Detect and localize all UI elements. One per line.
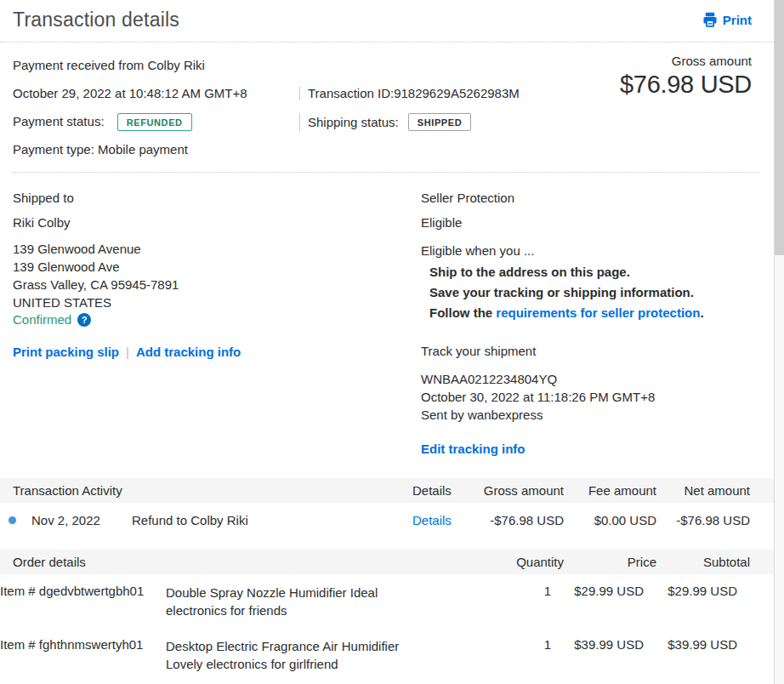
seller-protection-status: Eligible xyxy=(421,215,752,230)
item-description: Double Spray Nozzle Humidifier Ideal ele… xyxy=(166,584,438,619)
activity-description: Refund to Colby Riki xyxy=(132,513,248,527)
column-header-price: Price xyxy=(564,555,656,569)
page-title: Transaction details xyxy=(13,9,179,31)
shipping-address: 139 Glenwood Avenue 139 Glenwood Ave Gra… xyxy=(13,240,421,311)
activity-details-link[interactable]: Details xyxy=(412,513,452,527)
condition-line: Save your tracking or shipping informati… xyxy=(429,282,752,303)
transaction-activity-heading: Transaction Activity xyxy=(13,483,412,498)
column-header-quantity: Quantity xyxy=(480,555,564,569)
item-subtotal: $29.99 USD xyxy=(644,584,737,619)
seller-protection-intro: Eligible when you ... xyxy=(421,243,752,258)
column-header-subtotal: Subtotal xyxy=(656,555,750,569)
item-number: Item # fghthnmswertyh01 xyxy=(0,637,166,673)
item-price: $39.99 USD xyxy=(551,637,644,673)
gross-amount-box: Gross amount $76.98 USD xyxy=(620,54,752,99)
activity-net: -$76.98 USD xyxy=(656,513,750,527)
shipped-to-section: Shipped to Riki Colby 139 Glenwood Avenu… xyxy=(13,173,421,457)
gross-amount-value: $76.98 USD xyxy=(620,71,752,99)
gross-amount-label: Gross amount xyxy=(620,54,752,68)
activity-bullet-icon xyxy=(9,516,16,524)
shipment-info: WNBAA0212234804YQ October 30, 2022 at 11… xyxy=(421,370,752,424)
order-details-heading: Order details xyxy=(13,555,480,569)
seller-protection-conditions: Ship to the address on this page. Save y… xyxy=(421,262,752,323)
transaction-id-value: 91829629A5262983M xyxy=(394,86,520,100)
address-confirmed-row: Confirmed ? xyxy=(13,312,421,327)
shipment-date: October 30, 2022 at 11:18:26 PM GMT+8 xyxy=(421,388,752,406)
address-line: 139 Glenwood Ave xyxy=(13,258,421,276)
activity-date: Nov 2, 2022 xyxy=(31,513,132,527)
shipping-status-label: Shipping status: xyxy=(308,115,399,129)
item-description: Desktop Electric Fragrance Air Humidifie… xyxy=(166,637,438,673)
print-icon xyxy=(702,12,718,27)
condition-line: Ship to the address on this page. xyxy=(429,262,752,282)
print-button[interactable]: Print xyxy=(702,12,752,27)
seller-protection-section: Seller Protection Eligible Eligible when… xyxy=(421,173,752,457)
scrollbar[interactable] xyxy=(774,0,784,684)
print-packing-slip-link[interactable]: Print packing slip xyxy=(13,345,119,359)
payment-status-label: Payment status: xyxy=(13,114,105,128)
follow-prefix: Follow the xyxy=(429,305,496,320)
help-icon[interactable]: ? xyxy=(77,313,91,327)
activity-row: Nov 2, 2022 Refund to Colby Riki Details… xyxy=(0,503,774,537)
payment-date: October 29, 2022 at 10:48:12 AM GMT+8 xyxy=(13,86,299,100)
shipping-status: Shipping status: SHIPPED xyxy=(299,113,471,131)
item-number: Item # dgedvbtwertgbh01 xyxy=(0,584,166,619)
order-item-row: Item # fghthnmswertyh01 Desktop Electric… xyxy=(0,628,774,681)
order-item-row: Item # dgedvbtwertgbh01 Double Spray Noz… xyxy=(0,574,774,628)
links-separator: | xyxy=(126,345,129,359)
seller-protection-heading: Seller Protection xyxy=(421,191,752,205)
seller-protection-requirements-link[interactable]: requirements for seller protection xyxy=(496,305,700,320)
shipping-status-badge: SHIPPED xyxy=(408,113,472,131)
column-header-fee: Fee amount xyxy=(564,483,656,498)
address-line: UNITED STATES xyxy=(13,294,421,311)
track-shipment-heading: Track your shipment xyxy=(421,344,752,358)
payment-status-row: Payment status: REFUNDED Shipping status… xyxy=(13,111,752,132)
tracking-number: WNBAA0212234804YQ xyxy=(421,370,752,388)
scrollbar-thumb[interactable] xyxy=(775,0,784,255)
condition-line: Follow the requirements for seller prote… xyxy=(429,303,752,323)
print-button-label: Print xyxy=(723,13,752,27)
shipment-carrier: Sent by wanbexpress xyxy=(421,406,752,424)
recipient-name: Riki Colby xyxy=(13,215,421,230)
activity-row-left: Nov 2, 2022 Refund to Colby Riki xyxy=(13,513,412,527)
address-line: 139 Glenwood Avenue xyxy=(13,240,421,258)
item-quantity: 1 xyxy=(468,584,551,619)
payment-type: Payment type: Mobile payment xyxy=(13,140,752,158)
shipped-to-heading: Shipped to xyxy=(13,191,421,205)
edit-tracking-info-link[interactable]: Edit tracking info xyxy=(421,442,526,456)
activity-fee: $0.00 USD xyxy=(564,513,656,527)
column-header-net: Net amount xyxy=(656,483,750,498)
shipping-links: Print packing slip|Add tracking info xyxy=(13,345,421,359)
confirmed-label: Confirmed xyxy=(13,312,71,327)
order-details-header: Order details Quantity Price Subtotal xyxy=(0,550,774,574)
item-price: $29.99 USD xyxy=(551,584,644,619)
payment-status-badge: REFUNDED xyxy=(117,113,192,131)
payment-summary: Payment received from Colby Riki October… xyxy=(0,43,774,172)
transaction-activity-header: Transaction Activity Details Gross amoun… xyxy=(0,478,774,503)
transaction-id: Transaction ID: 91829629A5262983M xyxy=(299,86,520,100)
follow-suffix: . xyxy=(700,305,703,320)
page-header: Transaction details Print xyxy=(0,0,774,42)
add-tracking-info-link[interactable]: Add tracking info xyxy=(136,345,241,359)
transaction-details-page: Transaction details Print Payment receiv… xyxy=(0,0,774,684)
item-subtotal: $39.99 USD xyxy=(644,637,737,673)
column-header-gross: Gross amount xyxy=(480,483,564,498)
item-quantity: 1 xyxy=(468,637,551,673)
transaction-id-label: Transaction ID: xyxy=(308,86,394,100)
activity-gross: -$76.98 USD xyxy=(480,513,564,527)
address-line: Grass Valley, CA 95945-7891 xyxy=(13,276,421,294)
column-header-details: Details xyxy=(412,483,480,498)
detail-columns: Shipped to Riki Colby 139 Glenwood Avenu… xyxy=(0,173,774,457)
